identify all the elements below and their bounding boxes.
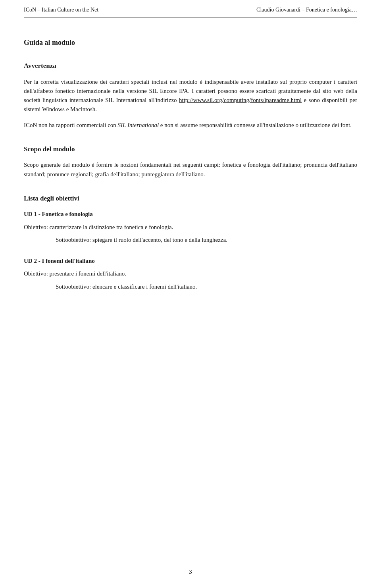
main-content: Guida al modulo Avvertenza Per la corret… xyxy=(24,17,357,291)
avvertenza-title: Avvertenza xyxy=(24,61,357,71)
avvertenza-text2a: ICoN non ha rapporti commerciali con xyxy=(24,122,118,128)
guida-title: Guida al modulo xyxy=(24,37,357,48)
ud1-sottoobiettivo: Sottoobiettivo: spiegare il ruolo dell'a… xyxy=(56,235,357,245)
ud2-title: UD 2 - I fonemi dell'italiano xyxy=(24,256,357,266)
avvertenza-paragraph2: ICoN non ha rapporti commerciali con SIL… xyxy=(24,121,357,130)
ud2-block: UD 2 - I fonemi dell'italiano Obiettivo:… xyxy=(24,256,357,291)
ud1-obiettivo: Obiettivo: caratterizzare la distinzione… xyxy=(24,223,357,232)
ud2-sottoobiettivo: Sottoobiettivo: elencare e classificare … xyxy=(56,282,357,291)
sil-link[interactable]: http://www.sil.org/computing/fonts/ipare… xyxy=(179,97,302,103)
scopo-title: Scopo del modulo xyxy=(24,144,357,154)
page-number: 3 xyxy=(189,569,192,575)
avvertenza-sil-italic: SIL International xyxy=(118,122,159,128)
obiettivi-block: Lista degli obiettivi xyxy=(24,193,357,204)
ud1-block: UD 1 - Fonetica e fonologia Obiettivo: c… xyxy=(24,210,357,245)
header-left: ICoN – Italian Culture on the Net xyxy=(24,6,98,14)
lista-obiettivi-title: Lista degli obiettivi xyxy=(24,193,357,204)
avvertenza-block: Avvertenza Per la corretta visualizzazio… xyxy=(24,61,357,130)
page-footer: 3 xyxy=(0,567,381,576)
page-container: ICoN – Italian Culture on the Net Claudi… xyxy=(0,0,381,588)
avvertenza-paragraph1: Per la corretta visualizzazione dei cara… xyxy=(24,77,357,114)
scopo-paragraph: Scopo generale del modulo è fornire le n… xyxy=(24,160,357,179)
page-header: ICoN – Italian Culture on the Net Claudi… xyxy=(24,0,357,17)
ud2-obiettivo: Obiettivo: presentare i fonemi dell'ital… xyxy=(24,269,357,278)
ud1-title: UD 1 - Fonetica e fonologia xyxy=(24,210,357,219)
header-right: Claudio Giovanardi – Fonetica e fonologi… xyxy=(256,6,357,14)
avvertenza-text2b: e non si assume responsabilità connesse … xyxy=(159,122,352,128)
scopo-block: Scopo del modulo Scopo generale del modu… xyxy=(24,144,357,179)
